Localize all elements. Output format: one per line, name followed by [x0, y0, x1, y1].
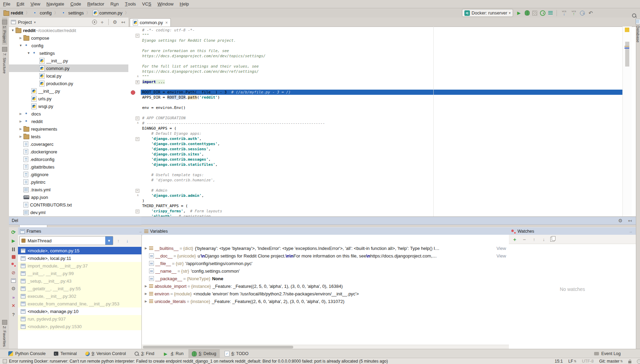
frame-row[interactable]: <module>, common.py:15 [18, 247, 141, 254]
frame-row[interactable]: _setup, __init__.py:43 [18, 277, 141, 285]
status-utf-8[interactable]: UTF-8 [582, 359, 594, 364]
code-line-34[interactable]: ) [128, 198, 623, 203]
pause-icon[interactable] [10, 246, 17, 252]
view-breakpoints-icon[interactable] [11, 262, 16, 267]
toolwindow-find[interactable]: 3: Find [131, 349, 158, 358]
toolwindow-todo[interactable]: 6: TODO [221, 349, 252, 358]
help-icon[interactable] [10, 312, 17, 317]
sidebar-item-2-favorites[interactable]: 2: Favorites [2, 318, 7, 349]
chevron-down-icon[interactable]: ▾ [34, 20, 36, 24]
status-lf[interactable]: LF⇅ [568, 359, 577, 364]
chevron-right-icon[interactable]: ▶ [18, 120, 23, 123]
sidebar-item-7-structure[interactable]: 7: Structure [2, 45, 7, 75]
variable-row[interactable]: __doc__={unicode}u'\nDjango settings for… [142, 252, 509, 260]
code-line-30[interactable]: # 'django.contrib.humanize', [128, 178, 623, 183]
code-line-26[interactable]: 'django.contrib.messages', [128, 157, 623, 162]
fold-end-icon[interactable]: ∧ [136, 122, 139, 125]
code-line-3[interactable]: Django settings for Reddit Clone project… [128, 38, 623, 43]
tree-item-coveragerc[interactable]: .coveragerc [9, 140, 128, 148]
expand-icon[interactable]: ▶ [144, 300, 148, 303]
code-line-6[interactable]: https://docs.djangoproject.com/en/dev/to… [128, 53, 623, 59]
coverage-icon[interactable] [532, 11, 537, 16]
menu-tools[interactable]: Tools [122, 0, 139, 8]
frame-row[interactable]: <module>, manage.py:10 [18, 307, 141, 315]
toolwindow-debug[interactable]: 5: Debug [188, 349, 220, 358]
code-line-19[interactable]: ∧# -------------------------------------… [128, 121, 623, 126]
chevron-right-icon[interactable]: ▶ [18, 135, 23, 138]
code-line-18[interactable]: −# APP CONFIGURATION [128, 115, 623, 121]
frame-row[interactable]: execute, __init__.py:302 [18, 292, 141, 300]
tree-item-dockerignore[interactable]: .dockerignore [9, 148, 128, 155]
tree-item-tests[interactable]: ▶tests [9, 133, 128, 140]
collapse-all-icon[interactable] [99, 19, 105, 25]
profiler-icon[interactable] [540, 10, 545, 16]
debug-settings-icon[interactable] [617, 218, 623, 223]
code-line-24[interactable]: 'django.contrib.sessions', [128, 146, 623, 152]
menu-code[interactable]: Code [67, 0, 84, 8]
menu-run[interactable]: Run [107, 0, 122, 8]
next-frame-button[interactable]: ↓ [124, 237, 131, 244]
code-line-35[interactable]: THIRD_PARTY_APPS = ( [128, 203, 623, 209]
tree-item-requirements[interactable]: ▶requirements [9, 125, 128, 133]
expand-icon[interactable]: ▶ [144, 292, 148, 295]
code-line-2[interactable]: −""" [128, 33, 623, 38]
fold-collapse-icon[interactable]: − [136, 34, 139, 38]
code-line-7[interactable] [128, 59, 623, 64]
menu-refactor[interactable]: Refactor [84, 0, 107, 8]
variable-row[interactable]: __package__={NoneType}None [142, 275, 509, 282]
tree-item-pylintrc[interactable]: .pylintrc [9, 178, 128, 186]
resume-icon[interactable] [10, 238, 17, 243]
breadcrumb-settings[interactable]: settings [60, 10, 85, 16]
code-line-15[interactable] [128, 100, 623, 105]
chevron-down-icon[interactable]: ▼ [105, 236, 113, 245]
code-area[interactable]: # -*- coding: utf-8 -*-−"""Django settin… [128, 27, 623, 216]
hide-panel-icon[interactable] [120, 19, 126, 25]
event-log-button[interactable]: Event Log [594, 351, 640, 356]
code-line-37[interactable]: 'allauth', # registration [128, 214, 623, 216]
tab-common-py[interactable]: common.py × [130, 18, 171, 27]
run-config-select[interactable]: Docker: runserver ▾ [462, 9, 513, 17]
mute-breakpoints-icon[interactable] [10, 270, 17, 275]
vcs-commit-icon[interactable]: VCS↑ [570, 10, 577, 16]
expand-icon[interactable]: ▶ [144, 284, 148, 288]
settings-icon[interactable] [10, 286, 17, 291]
code-line-31[interactable] [128, 183, 623, 188]
run-icon[interactable] [516, 10, 522, 16]
scrollbar-thumb[interactable] [625, 42, 629, 67]
fold-end-icon[interactable]: ∧ [136, 75, 139, 78]
tree-item-common-py[interactable]: common.py [9, 64, 128, 72]
sidebar-item-database[interactable]: Database [636, 19, 640, 42]
remove-watch-icon[interactable] [521, 236, 528, 242]
code-line-10[interactable]: ∧""" [128, 74, 623, 79]
chevron-right-icon[interactable]: ▶ [18, 36, 23, 40]
code-line-20[interactable]: DJANGO_APPS = ( [128, 126, 623, 131]
breadcrumb-reddit[interactable]: reddit [3, 10, 24, 16]
code-line-13[interactable]: ROOT_DIR = environ.Path(__file__) - 3 # … [128, 90, 623, 95]
code-line-12[interactable] [128, 84, 623, 90]
toolwindow-version-control[interactable]: 9: Version Control [82, 349, 129, 358]
code-line-22[interactable]: − 'django.contrib.auth', [128, 136, 623, 141]
code-line-5[interactable]: For more information on this file, see [128, 48, 623, 53]
variable-row[interactable]: __file__={str}'/app/config/settings/comm… [142, 260, 509, 267]
duplicate-icon[interactable] [550, 237, 554, 242]
code-line-17[interactable] [128, 110, 623, 115]
float-window-icon[interactable] [628, 229, 634, 234]
menu-file[interactable]: File [0, 0, 13, 8]
tree-item-app-json[interactable]: app.json [9, 193, 128, 201]
vcs-update-icon[interactable]: VCS↓ [561, 10, 568, 16]
editor-scrollbar[interactable] [622, 27, 632, 216]
menu-view[interactable]: View [27, 0, 43, 8]
code-line-25[interactable]: 'django.contrib.sites', [128, 152, 623, 157]
thread-dump-icon[interactable] [548, 11, 553, 15]
toolwindow-run[interactable]: 4: Run [159, 349, 187, 358]
fold-collapse-icon[interactable]: − [136, 117, 139, 120]
restore-layout-icon[interactable] [11, 279, 16, 283]
history-icon[interactable] [580, 11, 585, 16]
view-link[interactable]: View [495, 253, 509, 259]
toolwindow-python-console[interactable]: Python Console [5, 349, 49, 358]
code-line-14[interactable]: APPS_DIR = ROOT_DIR.path('reddit') [128, 95, 623, 100]
breadcrumb-common-py[interactable]: common.py [92, 10, 123, 16]
code-line-28[interactable] [128, 167, 623, 172]
frame-row[interactable]: execute_from_command_line, __init__.py:3… [18, 300, 141, 307]
tree-item-compose[interactable]: ▶compose [9, 34, 128, 42]
